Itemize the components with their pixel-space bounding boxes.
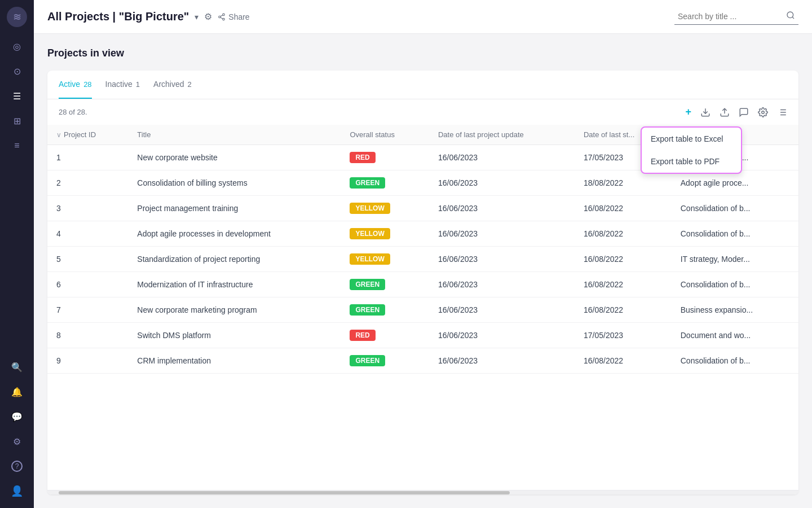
help-icon: ? bbox=[11, 461, 23, 472]
cell-last-update: 16/06/2023 bbox=[429, 348, 575, 374]
cell-last-status: 16/08/2022 bbox=[575, 196, 672, 221]
cell-title: Switch DMS platform bbox=[128, 323, 341, 348]
add-row-button[interactable]: + bbox=[685, 106, 691, 118]
tab-inactive-count: 1 bbox=[136, 80, 140, 89]
table-row[interactable]: 8 Switch DMS platform RED 16/06/2023 17/… bbox=[47, 323, 798, 348]
svg-point-2 bbox=[223, 18, 225, 20]
heading-gear-button[interactable]: ⚙ bbox=[204, 11, 212, 22]
cell-connected: Consolidation of b... bbox=[672, 221, 798, 247]
filter-button[interactable] bbox=[777, 107, 787, 117]
sidebar-item-filter[interactable]: ≡ bbox=[7, 135, 27, 156]
tab-inactive[interactable]: Inactive 1 bbox=[105, 71, 140, 99]
cell-connected: Consolidation of b... bbox=[672, 348, 798, 374]
download-button[interactable] bbox=[700, 107, 710, 117]
table-row[interactable]: 7 New corporate marketing program GREEN … bbox=[47, 297, 798, 323]
sidebar-item-list[interactable]: ☰ bbox=[7, 86, 27, 106]
status-badge: RED bbox=[350, 330, 375, 341]
svg-line-3 bbox=[220, 17, 223, 18]
search-submit-icon[interactable] bbox=[786, 11, 795, 22]
tab-active[interactable]: Active 28 bbox=[59, 71, 92, 99]
svg-point-1 bbox=[219, 16, 221, 18]
user-icon: 👤 bbox=[11, 485, 23, 497]
sidebar-item-grid[interactable]: ⊞ bbox=[7, 111, 27, 131]
cell-title: New corporate marketing program bbox=[128, 297, 341, 323]
export-pdf-button[interactable]: Export table to PDF bbox=[642, 150, 741, 173]
upload-button[interactable] bbox=[720, 107, 730, 117]
svg-line-4 bbox=[220, 15, 223, 16]
sort-icon: ∨ bbox=[56, 131, 61, 139]
cell-status: YELLOW bbox=[341, 221, 429, 247]
search-input[interactable] bbox=[678, 12, 783, 21]
cell-connected: Consolidation of b... bbox=[672, 196, 798, 221]
cell-connected: IT strategy, Moder... bbox=[672, 247, 798, 272]
table-row[interactable]: 4 Adopt agile processes in development Y… bbox=[47, 221, 798, 247]
col-header-last-update[interactable]: Date of last project update bbox=[429, 125, 575, 145]
sidebar-item-help[interactable]: ? bbox=[7, 456, 27, 476]
table-row[interactable]: 6 Modernization of IT infrastructure GRE… bbox=[47, 272, 798, 297]
cell-last-status: 16/08/2022 bbox=[575, 297, 672, 323]
table-row[interactable]: 9 CRM implementation GREEN 16/06/2023 16… bbox=[47, 348, 798, 374]
analytics-circle-icon: ◎ bbox=[13, 41, 21, 52]
chat-icon: 💬 bbox=[11, 411, 23, 422]
row-count-label: 28 of 28. bbox=[59, 108, 87, 116]
cell-status: YELLOW bbox=[341, 196, 429, 221]
sidebar-item-settings[interactable]: ⚙ bbox=[7, 431, 27, 452]
page-content: Projects in view Active 28 Inactive 1 Ar… bbox=[34, 34, 812, 508]
table-row[interactable]: 5 Standardization of project reporting Y… bbox=[47, 247, 798, 272]
tab-archived[interactable]: Archived 2 bbox=[153, 71, 192, 99]
cell-status: GREEN bbox=[341, 272, 429, 297]
sidebar-item-search[interactable]: 🔍 bbox=[7, 357, 27, 377]
col-header-title[interactable]: Title bbox=[128, 125, 341, 145]
settings-icon: ⚙ bbox=[13, 436, 21, 447]
sidebar-item-user[interactable]: 👤 bbox=[7, 481, 27, 501]
status-badge: YELLOW bbox=[350, 203, 390, 214]
status-badge: GREEN bbox=[350, 355, 385, 366]
cell-title: Standardization of project reporting bbox=[128, 247, 341, 272]
cell-last-status: 16/08/2022 bbox=[575, 221, 672, 247]
message-button[interactable] bbox=[739, 107, 749, 117]
export-excel-button[interactable]: Export table to Excel bbox=[642, 128, 741, 150]
sidebar: ≋ ◎ ⊙ ☰ ⊞ ≡ 🔍 🔔 💬 ⚙ ? 👤 bbox=[0, 0, 34, 508]
cell-project-id: 5 bbox=[47, 247, 128, 272]
status-badge: GREEN bbox=[350, 279, 385, 290]
bell-icon: 🔔 bbox=[11, 387, 23, 397]
sidebar-item-bell[interactable]: 🔔 bbox=[7, 382, 27, 402]
col-header-project-id[interactable]: ∨Project ID bbox=[47, 125, 128, 145]
svg-line-6 bbox=[792, 17, 794, 19]
cell-title: CRM implementation bbox=[128, 348, 341, 374]
projects-card: Active 28 Inactive 1 Archived 2 28 of 28… bbox=[47, 71, 798, 494]
cell-last-status: 16/08/2022 bbox=[575, 272, 672, 297]
sidebar-item-chat[interactable]: 💬 bbox=[7, 406, 27, 427]
cell-title: Adopt agile processes in development bbox=[128, 221, 341, 247]
cell-project-id: 4 bbox=[47, 221, 128, 247]
cell-last-status: 17/05/2023 bbox=[575, 323, 672, 348]
table-row[interactable]: 3 Project management training YELLOW 16/… bbox=[47, 196, 798, 221]
tab-archived-label: Archived bbox=[153, 80, 184, 89]
cell-last-update: 16/06/2023 bbox=[429, 196, 575, 221]
cell-last-status: 16/08/2022 bbox=[575, 247, 672, 272]
cell-project-id: 9 bbox=[47, 348, 128, 374]
cell-last-update: 16/06/2023 bbox=[429, 221, 575, 247]
cell-last-update: 16/06/2023 bbox=[429, 297, 575, 323]
share-button[interactable]: Share bbox=[218, 12, 249, 21]
search-icon: 🔍 bbox=[11, 362, 23, 373]
search-box[interactable] bbox=[674, 8, 798, 25]
heading-dropdown-button[interactable]: ▾ bbox=[195, 12, 198, 21]
table-settings-button[interactable] bbox=[758, 107, 768, 117]
cell-status: YELLOW bbox=[341, 247, 429, 272]
table-row[interactable]: 2 Consolidation of billing systems GREEN… bbox=[47, 170, 798, 196]
horizontal-scrollbar[interactable] bbox=[47, 490, 798, 494]
sidebar-item-analytics-dot[interactable]: ⊙ bbox=[7, 61, 27, 81]
cell-project-id: 6 bbox=[47, 272, 128, 297]
sidebar-item-analytics-circle[interactable]: ◎ bbox=[7, 36, 27, 56]
sidebar-logo[interactable]: ≋ bbox=[7, 7, 27, 27]
cell-title: Consolidation of billing systems bbox=[128, 170, 341, 196]
cell-last-update: 16/06/2023 bbox=[429, 272, 575, 297]
status-tabs: Active 28 Inactive 1 Archived 2 bbox=[47, 71, 798, 99]
cell-title: Modernization of IT infrastructure bbox=[128, 272, 341, 297]
cell-project-id: 7 bbox=[47, 297, 128, 323]
svg-point-5 bbox=[787, 12, 793, 18]
cell-connected: Consolidation of b... bbox=[672, 272, 798, 297]
col-header-status[interactable]: Overall status bbox=[341, 125, 429, 145]
cell-project-id: 3 bbox=[47, 196, 128, 221]
